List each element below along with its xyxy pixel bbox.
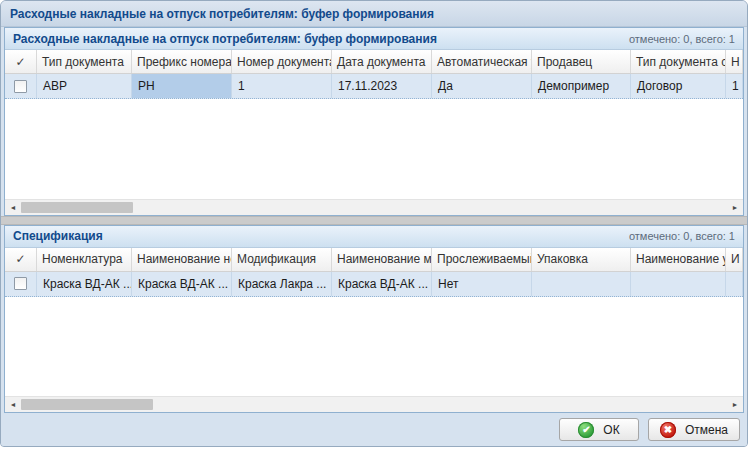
dialog-content: Расходные накладные на отпуск потребител… [1, 27, 747, 413]
check-icon: ✓ [15, 55, 25, 69]
row-checkbox[interactable] [14, 277, 27, 290]
column-header-invoice-doc-type[interactable]: Тип документа счё [631, 50, 726, 73]
scroll-left-icon[interactable]: ◄ [5, 200, 21, 215]
column-header-automatic[interactable]: Автоматическая ус [432, 50, 532, 73]
cancel-button-label: Отмена [685, 423, 728, 437]
ok-icon: ✔ [578, 422, 594, 438]
cell-modification[interactable]: Краска Лакра ... [232, 272, 332, 296]
cell-invoice-doc-type[interactable]: Договор [631, 74, 726, 98]
buffer-panel-header: Расходные накладные на отпуск потребител… [5, 28, 743, 50]
window-title: Расходные накладные на отпуск потребител… [10, 7, 434, 21]
scroll-left-icon[interactable]: ◄ [5, 397, 21, 412]
column-header-nomenclature-name[interactable]: Наименование ном [132, 248, 232, 271]
window-titlebar[interactable]: Расходные накладные на отпуск потребител… [1, 1, 747, 27]
cell-packaging[interactable] [532, 272, 631, 296]
column-header-packaging[interactable]: Упаковка [532, 248, 631, 271]
column-header-number-prefix[interactable]: Префикс номера д [132, 50, 232, 73]
spec-table-header-row: ✓ Номенклатура Наименование ном Модифика… [5, 248, 743, 272]
ok-button[interactable]: ✔ ОК [559, 418, 639, 441]
cell-automatic[interactable]: Да [432, 74, 532, 98]
cell-packaging-name[interactable] [631, 272, 726, 296]
column-header-clipped[interactable]: Н [726, 50, 743, 73]
check-icon: ✓ [15, 252, 25, 266]
scroll-right-icon[interactable]: ► [727, 397, 743, 412]
spec-panel: Спецификация отмечено: 0, всего: 1 ✓ Ном… [4, 225, 744, 414]
cancel-button[interactable]: ✖ Отмена [648, 418, 740, 441]
column-header-clipped[interactable]: И [726, 248, 743, 271]
cell-doc-date[interactable]: 17.11.2023 [332, 74, 432, 98]
buffer-table-row[interactable]: АВР РН 1 17.11.2023 Да Демопример Догово… [5, 74, 743, 99]
cell-clipped[interactable] [726, 272, 743, 296]
column-header-modification-name[interactable]: Наименование мод [332, 248, 432, 271]
column-header-doc-type[interactable]: Тип документа [37, 50, 132, 73]
cell-number-prefix-selected[interactable]: РН [132, 74, 232, 98]
spec-panel-title: Спецификация [13, 229, 103, 243]
scrollbar-track[interactable] [21, 397, 727, 412]
spec-table-row[interactable]: Краска ВД-АК ... Краска ВД-АК ... Краска… [5, 272, 743, 297]
scrollbar-thumb[interactable] [21, 399, 153, 410]
cell-modification-name[interactable]: Краска ВД-АК ... [332, 272, 432, 296]
column-header-doc-date[interactable]: Дата документа [332, 50, 432, 73]
panel-splitter[interactable] [1, 216, 747, 225]
column-header-doc-number[interactable]: Номер документа. [232, 50, 332, 73]
column-header-nomenclature[interactable]: Номенклатура [37, 248, 132, 271]
column-header-traceable[interactable]: Прослеживаемый т [432, 248, 532, 271]
cell-traceable[interactable]: Нет [432, 272, 532, 296]
scrollbar-track[interactable] [21, 200, 727, 215]
scroll-right-icon[interactable]: ► [727, 200, 743, 215]
check-column-header[interactable]: ✓ [5, 50, 37, 73]
buffer-panel-title: Расходные накладные на отпуск потребител… [13, 32, 437, 46]
row-checkbox-cell [5, 272, 37, 296]
buffer-panel: Расходные накладные на отпуск потребител… [4, 27, 744, 216]
dialog-window: Расходные накладные на отпуск потребител… [0, 0, 748, 447]
column-header-packaging-name[interactable]: Наименование упа [631, 248, 726, 271]
spec-horizontal-scrollbar[interactable]: ◄ ► [5, 396, 743, 412]
cell-doc-number[interactable]: 1 [232, 74, 332, 98]
buffer-table-header-row: ✓ Тип документа Префикс номера д Номер д… [5, 50, 743, 74]
cell-seller[interactable]: Демопример [532, 74, 631, 98]
cell-doc-type[interactable]: АВР [37, 74, 132, 98]
row-checkbox-cell [5, 74, 37, 98]
spec-panel-counter: отмечено: 0, всего: 1 [629, 230, 735, 242]
footer-bar: ✔ ОК ✖ Отмена [1, 413, 747, 446]
buffer-panel-counter: отмечено: 0, всего: 1 [629, 33, 735, 45]
buffer-table-empty-area [5, 99, 743, 199]
ok-button-label: ОК [603, 423, 619, 437]
spec-table-empty-area [5, 297, 743, 397]
check-column-header[interactable]: ✓ [5, 248, 37, 271]
scrollbar-thumb[interactable] [21, 202, 133, 213]
cell-nomenclature[interactable]: Краска ВД-АК ... [37, 272, 132, 296]
cell-nomenclature-name[interactable]: Краска ВД-АК ... [132, 272, 232, 296]
cancel-icon: ✖ [660, 422, 676, 438]
spec-panel-header: Спецификация отмечено: 0, всего: 1 [5, 226, 743, 248]
buffer-horizontal-scrollbar[interactable]: ◄ ► [5, 199, 743, 215]
row-checkbox[interactable] [14, 80, 27, 93]
column-header-seller[interactable]: Продавец [532, 50, 631, 73]
cell-clipped[interactable]: 1 [726, 74, 743, 98]
column-header-modification[interactable]: Модификация [232, 248, 332, 271]
